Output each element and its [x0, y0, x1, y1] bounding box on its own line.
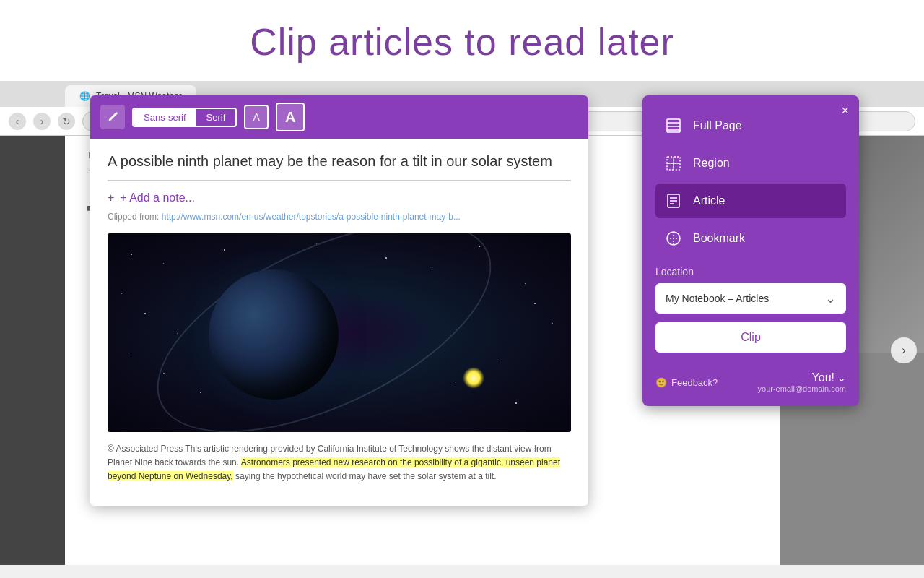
user-section: You! ⌄ your-email@domain.com — [758, 371, 846, 393]
region-label: Region — [693, 157, 730, 170]
forward-button[interactable]: › — [33, 113, 51, 130]
add-note-label: + Add a note... — [120, 191, 195, 204]
clip-title: A possible ninth planet may be the reaso… — [108, 153, 571, 181]
user-chevron-icon: ⌄ — [837, 372, 846, 384]
close-button[interactable]: × — [841, 104, 849, 117]
font-size-small-button[interactable]: A — [244, 105, 269, 129]
location-label: Location — [655, 266, 846, 277]
back-button[interactable]: ‹ — [9, 113, 26, 130]
user-info[interactable]: You! ⌄ — [812, 371, 846, 384]
clip-type-bookmark[interactable]: Bookmark — [655, 221, 846, 256]
font-sans-button[interactable]: Sans-serif — [134, 109, 196, 126]
region-icon — [664, 154, 683, 173]
main-area: 🌐 Travel - MSN Weather ‹ › ↻ › Tr... 3 P… — [0, 81, 924, 565]
user-email: your-email@domain.com — [758, 384, 846, 393]
feedback-label: Feedback? — [671, 377, 718, 388]
clip-panel: Sans-serif Serif A A A possible ninth pl… — [90, 95, 588, 506]
smiley-icon: 🙂 — [655, 377, 667, 388]
pencil-button[interactable] — [100, 105, 125, 129]
font-toggle: Sans-serif Serif — [132, 108, 237, 127]
sun-visual — [463, 367, 484, 389]
page-header: Clip articles to read later — [0, 0, 924, 81]
user-label: You! — [812, 371, 834, 384]
svg-rect-6 — [667, 163, 674, 170]
tab-favicon: 🌐 — [79, 91, 90, 101]
clip-type-article[interactable]: Article — [655, 184, 846, 218]
page-title: Clip articles to read later — [0, 20, 924, 64]
font-serif-button[interactable]: Serif — [196, 109, 236, 126]
article-label: Article — [693, 194, 725, 207]
article-caption: © Associated Press This artistic renderi… — [108, 442, 571, 484]
panel-footer: 🙂 Feedback? You! ⌄ your-email@domain.com — [655, 364, 846, 393]
right-arrow-button[interactable]: › — [891, 337, 917, 363]
font-size-large-button[interactable]: A — [276, 103, 305, 131]
clip-type-fullpage[interactable]: Full Page — [655, 108, 846, 143]
clip-type-region[interactable]: Region — [655, 146, 846, 181]
svg-rect-4 — [667, 157, 674, 163]
right-panel: × Full Page Re — [642, 95, 859, 406]
star-field — [108, 233, 571, 432]
location-section: Location My Notebook – Articles ⌄ Clip — [655, 266, 846, 353]
feedback-button[interactable]: 🙂 Feedback? — [655, 377, 718, 388]
clipped-from-link[interactable]: http://www.msn.com/en-us/weather/topstor… — [162, 212, 461, 222]
add-note-button[interactable]: + + Add a note... — [108, 191, 571, 204]
full-page-icon — [664, 116, 683, 135]
svg-rect-7 — [674, 163, 680, 170]
clip-toolbar: Sans-serif Serif A A — [90, 95, 588, 139]
article-icon — [664, 191, 683, 210]
svg-rect-5 — [674, 157, 680, 163]
location-value: My Notebook – Articles — [666, 293, 769, 304]
chevron-down-icon: ⌄ — [825, 290, 836, 306]
clip-content: A possible ninth planet may be the reaso… — [90, 139, 588, 506]
full-page-label: Full Page — [693, 119, 742, 132]
article-image — [108, 233, 571, 432]
pencil-icon — [107, 111, 118, 123]
add-note-icon: + — [108, 191, 114, 204]
planet-visual — [209, 269, 339, 400]
clip-button[interactable]: Clip — [655, 322, 846, 353]
clipped-from: Clipped from: http://www.msn.com/en-us/w… — [108, 212, 571, 222]
refresh-button[interactable]: ↻ — [58, 113, 75, 130]
location-select[interactable]: My Notebook – Articles ⌄ — [655, 283, 846, 314]
browser-left-sidebar — [0, 136, 65, 565]
bookmark-icon — [664, 229, 683, 248]
bookmark-label: Bookmark — [693, 232, 745, 245]
